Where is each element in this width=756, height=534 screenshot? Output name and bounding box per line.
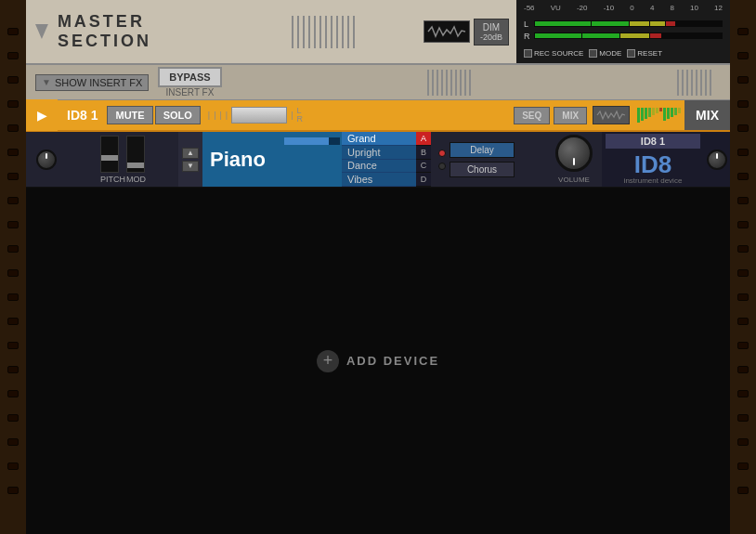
piano-display: Piano Grand Upright Dance Vibes xyxy=(202,132,416,187)
mix-button[interactable]: MIX xyxy=(554,107,587,124)
abcd-a-button[interactable]: A xyxy=(416,132,431,146)
track-fader[interactable] xyxy=(231,107,287,124)
id8-right-knob[interactable] xyxy=(707,150,727,170)
insert-fx-bar: ▼ SHOW INSERT FX BYPASS INSERT FX xyxy=(26,65,730,100)
track-fader-area: | | | | | L R xyxy=(201,107,512,124)
rack-hole xyxy=(737,197,749,204)
fader-r: R xyxy=(297,115,304,124)
rack-hole xyxy=(7,197,19,204)
track-name: ID8 1 xyxy=(58,108,107,123)
rec-source-check[interactable]: REC SOURCE xyxy=(524,49,583,58)
vu-l-label: L xyxy=(524,20,531,29)
rack-hole xyxy=(7,269,19,277)
up-button[interactable]: ▲ xyxy=(182,148,199,159)
id8-left-section xyxy=(26,132,67,187)
id8-logo-section: ID8 1 ID8 instrument device xyxy=(602,132,704,187)
abcd-buttons: A B C D xyxy=(416,132,431,187)
rack-hole xyxy=(7,28,19,35)
mode-check[interactable]: MODE xyxy=(589,49,621,58)
rack-hole xyxy=(7,173,19,180)
abcd-b-button[interactable]: B xyxy=(416,146,431,160)
master-title: MASTER SECTION xyxy=(58,12,221,51)
rack-holes-left xyxy=(0,0,26,494)
show-insert-fx-dropdown[interactable]: ▼ SHOW INSERT FX xyxy=(35,74,149,91)
dim-button[interactable]: DIM -20dB xyxy=(474,19,509,46)
rack-hole xyxy=(737,245,749,253)
rack-hole xyxy=(7,342,19,349)
fx-led-top xyxy=(438,150,446,157)
rack-hole xyxy=(7,366,19,373)
rack-hole xyxy=(737,149,749,156)
rack-holes-right xyxy=(730,0,756,494)
piano-cat-vibes[interactable]: Vibes xyxy=(342,173,416,187)
master-left: MASTER SECTION xyxy=(26,0,230,63)
rack-hole xyxy=(7,462,19,470)
fx-led-bottom xyxy=(438,163,446,170)
pitch-label: PITCH xyxy=(100,175,119,184)
rack-hole xyxy=(737,124,749,132)
pitch-mod-sliders xyxy=(100,136,145,173)
piano-progress-bar xyxy=(284,137,340,145)
piano-cat-grand[interactable]: Grand xyxy=(342,132,416,146)
rack-hole xyxy=(7,487,19,494)
abcd-c-button[interactable]: C xyxy=(416,160,431,174)
rack-left xyxy=(0,0,26,534)
track-row: ▶ ID8 1 MUTE SOLO | | | | | L R SEQ MIX xyxy=(26,100,730,132)
master-collapse-arrow[interactable] xyxy=(35,24,48,39)
id8-device: PITCH MOD ▲ ▼ Piano Grand Upright Dance … xyxy=(26,132,730,188)
piano-cat-dance[interactable]: Dance xyxy=(342,160,416,174)
id8-left-knob[interactable] xyxy=(36,150,57,170)
add-device-label: ADD DEVICE xyxy=(346,354,439,368)
pitch-slider[interactable] xyxy=(100,136,119,173)
rack-hole xyxy=(737,52,749,59)
rack-right xyxy=(730,0,756,534)
updown-buttons: ▲ ▼ xyxy=(178,132,202,187)
reset-check[interactable]: RESET xyxy=(627,49,662,58)
track-solo-button[interactable]: SOLO xyxy=(155,106,201,124)
rack-hole xyxy=(737,390,749,397)
piano-cat-upright[interactable]: Upright xyxy=(342,146,416,160)
id8-device-label: ID8 1 xyxy=(606,134,700,149)
rack-hole xyxy=(7,293,19,301)
pitch-mod-section: PITCH MOD xyxy=(67,132,178,187)
add-device-area[interactable]: + ADD DEVICE xyxy=(26,188,730,534)
rack-hole xyxy=(737,76,749,84)
track-play-button[interactable]: ▶ xyxy=(26,99,58,131)
rack-hole xyxy=(7,438,19,446)
abcd-d-button[interactable]: D xyxy=(416,173,431,187)
fx-section: Delay Chorus xyxy=(431,132,546,187)
track-waveform-button[interactable] xyxy=(593,106,630,124)
fx-buttons-column: Delay Chorus xyxy=(450,142,515,177)
pitch-thumb xyxy=(101,155,118,161)
id8-logo: ID8 xyxy=(634,152,671,176)
rack-hole xyxy=(7,149,19,156)
track-mute-button[interactable]: MUTE xyxy=(107,106,152,124)
bypass-button[interactable]: BYPASS xyxy=(158,67,221,87)
rack-hole xyxy=(737,487,749,494)
delay-button[interactable]: Delay xyxy=(450,142,515,158)
rack-hole xyxy=(737,414,749,422)
rack-hole xyxy=(737,221,749,228)
piano-category-bar: Grand Upright Dance Vibes xyxy=(342,132,416,187)
rack-hole xyxy=(737,173,749,180)
seq-button[interactable]: SEQ xyxy=(514,107,550,124)
rack-hole xyxy=(7,318,19,325)
id8-subtitle: instrument device xyxy=(624,176,683,185)
rack-hole xyxy=(737,293,749,301)
chorus-button[interactable]: Chorus xyxy=(450,162,515,177)
insert-fx-label: INSERT FX xyxy=(166,87,215,98)
rack-hole xyxy=(7,124,19,132)
vu-meter-section: -56 VU -20 -10 0 4 8 10 12 L xyxy=(516,0,730,63)
rack-hole xyxy=(7,221,19,228)
rack-hole xyxy=(737,269,749,277)
waveform-button[interactable] xyxy=(424,20,470,43)
mod-slider[interactable] xyxy=(126,136,145,173)
down-button[interactable]: ▼ xyxy=(182,161,199,172)
volume-knob[interactable] xyxy=(555,135,593,172)
add-device-icon: + xyxy=(317,350,339,372)
master-section: MASTER SECTION xyxy=(26,0,730,65)
rack-hole xyxy=(737,100,749,108)
insert-fx-group: BYPASS INSERT FX xyxy=(158,67,221,98)
rack-hole xyxy=(7,245,19,253)
track-mix-label: MIX xyxy=(684,100,730,130)
